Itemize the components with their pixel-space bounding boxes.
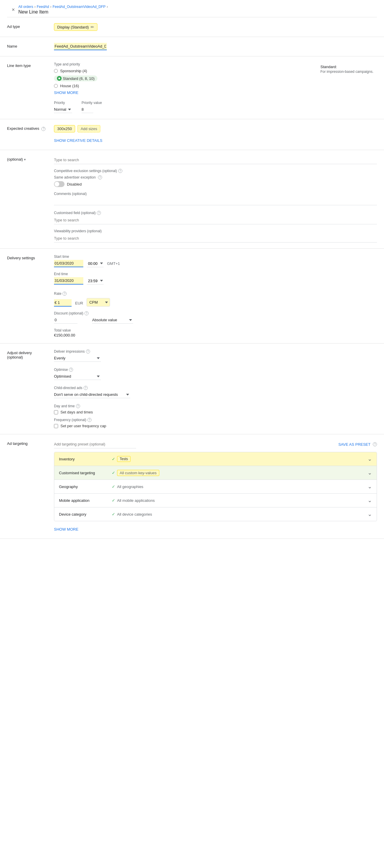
save-preset-button[interactable]: SAVE AS PRESET (338, 442, 371, 446)
tests-tag[interactable]: Tests (117, 456, 131, 462)
mobile-value: All mobile applications (117, 498, 155, 503)
name-input[interactable] (54, 43, 107, 50)
targeting-preset-input[interactable] (54, 440, 136, 448)
set-days-times-label: Set days and times (61, 410, 93, 414)
end-date-input[interactable] (54, 277, 83, 284)
device-check-icon: ✓ (112, 512, 115, 517)
add-sizes-button[interactable]: Add sizes (77, 125, 100, 132)
priority-row: Priority Normal Priority value (54, 101, 310, 113)
size-tag[interactable]: 300x250 (54, 125, 75, 132)
same-advertiser-label: Same advertiser exception ? (54, 175, 377, 179)
child-directed-label: Child-directed ads ? (54, 386, 377, 390)
ad-type-value: Display (Standard) (57, 25, 89, 29)
mobile-name: Mobile application (59, 498, 112, 503)
discount-help-icon[interactable]: ? (84, 311, 89, 315)
day-time-help-icon[interactable]: ? (76, 404, 80, 408)
priority-value-field: Priority value (81, 101, 102, 113)
targeting-header: SAVE AS PRESET ? (54, 440, 377, 448)
rate-section: Rate ? EUR CPM (54, 291, 377, 307)
optimise-select[interactable]: Optimised (54, 373, 101, 380)
competitive-exclusion-label: Competitive exclusion settings (optional… (54, 169, 377, 173)
targeting-rows: Inventory ✓ Tests ⌄ Customised targeting… (54, 452, 377, 521)
show-more-targeting-button[interactable]: SHOW MORE (54, 526, 78, 533)
customised-search-input[interactable] (54, 216, 377, 224)
mobile-expand-icon[interactable]: ⌄ (368, 497, 372, 504)
same-advertiser-toggle[interactable] (54, 181, 65, 187)
creatives-area: 300x250 Add sizes (54, 125, 377, 132)
adjust-delivery-content: Deliver impressions ? Evenly Optimise ? … (54, 349, 377, 428)
radio-house: House (16) (54, 84, 310, 88)
rate-help-icon[interactable]: ? (63, 291, 67, 296)
ad-targeting-content: SAVE AS PRESET ? Inventory ✓ Tests ⌄ (54, 440, 377, 533)
radio-standard-selected[interactable]: Standard (6, 8, 10) (54, 75, 97, 81)
show-creative-details-button[interactable]: SHOW CREATIVE DETAILS (54, 137, 102, 144)
deliver-impressions-label: Deliver impressions ? (54, 349, 377, 353)
deliver-impressions-help-icon[interactable]: ? (86, 349, 90, 353)
ad-type-label: Ad type (7, 23, 54, 29)
customised-expand-icon[interactable]: ⌄ (368, 469, 372, 476)
end-time-select[interactable]: 23:59 (87, 278, 104, 284)
radio-sponsorship-input[interactable] (54, 69, 58, 73)
customised-value-tag[interactable]: All custom key-values (117, 470, 159, 476)
close-button[interactable]: × (12, 7, 15, 13)
same-advertiser-section: Same advertiser exception ? Disabled (54, 175, 377, 187)
comments-input[interactable] (54, 197, 377, 205)
total-amount: €150,000.00 (54, 333, 377, 337)
frequency-label: Frequency (optional) ? (54, 418, 377, 422)
line-item-type-content: Type and priority Sponsorship (4) Standa… (54, 62, 377, 113)
frequency-help-icon[interactable]: ? (88, 418, 92, 422)
rate-input[interactable] (54, 299, 72, 307)
name-row: Name (0, 37, 384, 56)
child-directed-help-icon[interactable]: ? (83, 386, 88, 390)
frequency-cap-checkbox[interactable] (54, 424, 58, 428)
ad-type-tag[interactable]: Display (Standard) ✏ (54, 23, 97, 31)
ad-type-row: Ad type Display (Standard) ✏ (0, 17, 384, 37)
customised-field-label: Customised field (optional) ? (54, 211, 377, 215)
discount-input[interactable] (54, 316, 77, 323)
breadcrumb-all-orders[interactable]: All orders (19, 5, 33, 9)
child-directed-section: Child-directed ads ? Don't serve on chil… (54, 386, 377, 398)
tests-tag-label: Tests (120, 457, 128, 461)
inventory-expand-icon[interactable]: ⌄ (368, 456, 372, 462)
cpm-select[interactable]: CPM (86, 298, 110, 307)
radio-house-input[interactable] (54, 84, 58, 88)
deliver-impressions-select[interactable]: Evenly (54, 355, 101, 362)
customised-check-icon: ✓ (112, 470, 115, 475)
priority-number-input[interactable] (81, 106, 93, 113)
radio-sponsorship: Sponsorship (4) (54, 69, 310, 73)
show-more-type-button[interactable]: SHOW MORE (54, 89, 78, 96)
viewability-input[interactable] (54, 234, 377, 243)
start-time-select[interactable]: 00:00 (87, 260, 104, 267)
creatives-help-icon[interactable]: ? (41, 127, 45, 131)
set-days-times-checkbox[interactable] (54, 410, 58, 414)
save-preset-help-icon[interactable]: ? (373, 442, 377, 446)
frequency-cap-label: Set per user frequency cap (61, 424, 106, 428)
child-directed-select[interactable]: Don't serve on child-directed requests (54, 391, 130, 398)
start-time-row: 00:00 GMT+1 (54, 260, 377, 267)
discount-type-select[interactable]: Absolute value (92, 316, 133, 323)
breadcrumb-campaign[interactable]: FeedAd_OutstreamVideoAd_DFP (53, 5, 106, 9)
priority-select[interactable]: Normal (54, 106, 72, 113)
adjust-delivery-label: Adjust delivery (optional) (7, 349, 54, 360)
customised-help-icon[interactable]: ? (97, 211, 101, 215)
info-title: Standard: (320, 65, 374, 69)
edit-icon[interactable]: ✏ (91, 25, 94, 29)
currency-label: EUR (75, 301, 83, 307)
rate-row: EUR CPM (54, 298, 377, 307)
same-advertiser-help-icon[interactable]: ? (98, 175, 102, 179)
end-time-row: 23:59 (54, 277, 377, 284)
delivery-settings-row: Delivery settings Start time 00:00 GMT+1… (0, 249, 384, 344)
geography-expand-icon[interactable]: ⌄ (368, 483, 372, 490)
expected-creatives-row: Expected creatives ? 300x250 Add sizes S… (0, 119, 384, 150)
inventory-tags: ✓ Tests (112, 456, 368, 462)
start-date-input[interactable] (54, 260, 83, 267)
competitive-help-icon[interactable]: ? (118, 169, 122, 173)
optional-label: (optional) ▾ (7, 156, 54, 161)
optional-row: (optional) ▾ Competitive exclusion setti… (0, 150, 384, 249)
optional-search-input[interactable] (54, 156, 377, 164)
show-more-targeting-section: SHOW MORE (54, 525, 377, 533)
optimise-help-icon[interactable]: ? (69, 368, 73, 372)
breadcrumb-feedad[interactable]: FeedAd (37, 5, 49, 9)
device-expand-icon[interactable]: ⌄ (368, 511, 372, 517)
inventory-check-icon: ✓ (112, 457, 115, 461)
